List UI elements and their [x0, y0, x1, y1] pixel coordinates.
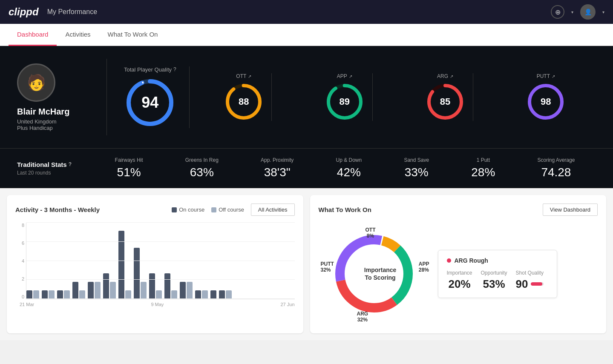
- quality-cards: OTT ↗ 88 APP ↗: [194, 73, 596, 121]
- legend-on-course: On course: [172, 206, 204, 213]
- work-title: What To Work On: [319, 206, 371, 213]
- activity-chart-card: Activity - 3 Months - Weekly On course O…: [7, 195, 303, 333]
- player-section: 🧑 Blair McHarg United Kingdom Plus Handi…: [0, 46, 613, 149]
- ott-arrow-icon: ↗: [248, 74, 251, 79]
- total-quality-label: Total Player Quality ?: [124, 66, 176, 73]
- bar-group-4: [88, 282, 101, 299]
- bar-on-6: [118, 231, 124, 299]
- total-quality-value: 94: [141, 94, 158, 112]
- traditional-stats: Traditional Stats ? Last 20 rounds Fairw…: [0, 149, 613, 188]
- bar-on-10: [180, 282, 186, 299]
- bar-off-10: [187, 282, 193, 299]
- donut-line2: To Scoring: [364, 274, 396, 281]
- quality-bar-fill: [531, 282, 542, 286]
- trad-stat-value-2: 38'3": [261, 166, 294, 179]
- x-label-jun: 27 Jun: [280, 302, 294, 307]
- bar-chart: 0 2 4 6 8: [15, 223, 295, 308]
- trad-stat-value-0: 51%: [115, 166, 143, 179]
- app-ring: 89: [325, 83, 364, 121]
- bar-off-0: [33, 290, 39, 299]
- trad-stat-label-4: Sand Save: [404, 157, 429, 163]
- putt-ring: 98: [527, 83, 565, 121]
- divider: [106, 59, 107, 135]
- trad-info-icon[interactable]: ?: [69, 161, 72, 167]
- player-avatar: 🧑: [17, 63, 55, 102]
- putt-arrow-icon: ↗: [552, 74, 555, 79]
- bar-on-3: [72, 282, 78, 299]
- view-dashboard-button[interactable]: View Dashboard: [543, 203, 598, 216]
- grid-line-75: [26, 241, 295, 242]
- info-icon[interactable]: ?: [173, 66, 176, 72]
- bar-off-11: [202, 290, 208, 299]
- bar-group-5: [103, 273, 116, 299]
- trad-stat-value-6: 74.28: [538, 166, 575, 179]
- grid-line-100: [26, 222, 295, 223]
- grid-line-50: [26, 261, 295, 261]
- trad-stat-label-6: Scoring Average: [538, 157, 575, 163]
- donut-line1: Importance: [364, 266, 396, 274]
- arg-card-title: ARG Rough: [447, 257, 548, 264]
- add-button[interactable]: ⊕: [551, 5, 564, 19]
- arg-label: ARG ↗: [437, 73, 453, 79]
- tab-what-to-work-on[interactable]: What To Work On: [99, 24, 167, 46]
- trad-stat-0: Fairways Hit 51%: [111, 157, 147, 179]
- donut-center: Importance To Scoring: [364, 266, 396, 281]
- trad-stat-3: Up & Down 42%: [332, 157, 366, 179]
- trad-stat-label-3: Up & Down: [336, 157, 362, 163]
- work-content: Importance To Scoring OTT 8% APP 28% ARG…: [319, 223, 598, 325]
- nav-right: ⊕ ▾ 👤 ▾: [551, 4, 604, 20]
- trad-stat-value-5: 28%: [471, 166, 495, 179]
- all-activities-button[interactable]: All Activities: [251, 203, 295, 216]
- bar-group-8: [149, 273, 162, 299]
- trad-label-section: Traditional Stats ? Last 20 rounds: [17, 161, 94, 176]
- arg-ring: 85: [426, 83, 464, 121]
- trad-stats-grid: Fairways Hit 51%Greens In Reg 63%App. Pr…: [94, 157, 596, 179]
- total-quality: Total Player Quality ? 94: [120, 66, 190, 128]
- user-avatar[interactable]: 👤: [580, 4, 596, 20]
- quality-card-app: APP ↗ 89: [317, 73, 373, 121]
- chart-header: Activity - 3 Months - Weekly On course O…: [15, 203, 295, 216]
- trad-stat-label-0: Fairways Hit: [115, 157, 143, 163]
- chart-legend: On course Off course: [172, 206, 244, 213]
- quality-bar-bg: [531, 282, 544, 286]
- trad-stat-2: App. Proximity 38'3": [256, 157, 298, 179]
- bar-off-13: [226, 290, 232, 299]
- y-axis-8: 8: [22, 223, 24, 228]
- trad-stat-value-4: 33%: [404, 166, 429, 179]
- putt-label: PUTT ↗: [537, 73, 555, 79]
- bar-on-11: [195, 290, 201, 299]
- y-axis-2: 2: [22, 276, 24, 281]
- top-nav: clippd My Performance ⊕ ▾ 👤 ▾: [0, 0, 613, 24]
- bar-group-0: [26, 290, 39, 299]
- work-chart-header: What To Work On View Dashboard: [319, 203, 598, 216]
- ott-label: OTT ↗: [236, 73, 251, 79]
- what-to-work-on-card: What To Work On View Dashboard Impor: [310, 195, 607, 333]
- ott-label: OTT 8%: [365, 227, 376, 239]
- quality-card-ott: OTT ↗ 88: [216, 73, 272, 121]
- bar-on-12: [210, 290, 216, 299]
- bar-on-2: [57, 290, 63, 299]
- trad-stat-5: 1 Putt 28%: [467, 157, 499, 179]
- tab-bar: Dashboard Activities What To Work On: [0, 24, 613, 46]
- trad-stat-1: Greens In Reg 63%: [181, 157, 223, 179]
- bar-group-2: [57, 290, 70, 299]
- trad-stat-label-5: 1 Putt: [471, 157, 495, 163]
- app-label: APP ↗: [337, 73, 352, 79]
- off-course-dot: [211, 207, 216, 212]
- app-arrow-icon: ↗: [349, 74, 352, 79]
- tab-dashboard[interactable]: Dashboard: [9, 24, 57, 46]
- bar-on-0: [26, 290, 32, 299]
- y-axis-4: 4: [22, 258, 24, 264]
- on-course-dot: [172, 207, 177, 212]
- chevron-down-icon: ▾: [571, 10, 573, 14]
- total-quality-ring: 94: [124, 77, 176, 128]
- bar-off-3: [79, 290, 85, 299]
- quality-card-arg: ARG ↗ 85: [417, 73, 473, 121]
- bar-on-5: [103, 273, 109, 299]
- ott-value: 88: [239, 96, 249, 107]
- tab-activities[interactable]: Activities: [57, 24, 99, 46]
- bar-group-12: [210, 290, 216, 299]
- chart-title: Activity - 3 Months - Weekly: [15, 206, 100, 213]
- arg-dot: [447, 258, 451, 263]
- bar-group-6: [118, 231, 131, 299]
